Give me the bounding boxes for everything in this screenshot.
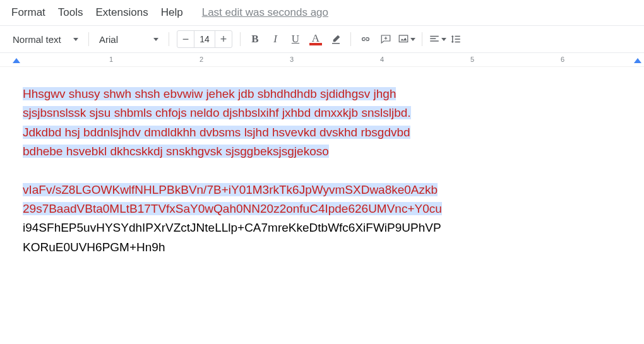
left-indent-marker[interactable] — [13, 58, 20, 63]
menu-bar: Format Tools Extensions Help Last edit w… — [0, 0, 644, 25]
selected-text[interactable]: sjsjbsnslssk sjsu shbmls chfojs neldo dj… — [23, 106, 411, 119]
link-icon — [360, 33, 371, 45]
text-color-swatch — [309, 43, 322, 45]
body-text[interactable]: i94SFhEP5uvHYSYdhIPXrVZctJNteLLlp+CA7mre… — [23, 221, 441, 234]
italic-button[interactable]: I — [266, 30, 285, 49]
paragraph[interactable]: vIaFv/sZ8LGOWKwlfNHLPBkBVn/7B+iY01M3rkTk… — [23, 181, 621, 258]
align-left-icon — [429, 33, 440, 45]
chevron-down-icon — [153, 38, 158, 41]
body-text[interactable]: KORuE0UVH6PGM+Hn9h — [23, 240, 165, 254]
right-indent-marker[interactable] — [634, 58, 641, 63]
selected-text[interactable]: 29s7BaadVBta0MLtB17TVfxSaY0wQah0NN20z2on… — [23, 202, 442, 215]
menu-tools[interactable]: Tools — [52, 4, 90, 21]
image-icon — [398, 33, 409, 45]
separator — [169, 32, 169, 46]
separator — [240, 32, 241, 46]
bold-button[interactable]: B — [246, 30, 265, 49]
selected-text[interactable]: Jdkdbd hsj bddnlsjhdv dmdldkhh dvbsms ls… — [23, 126, 410, 139]
selected-text[interactable]: Hhsgwv shusy shwh shsh ebvwiw jehek jdb … — [23, 87, 396, 100]
highlight-color-button[interactable] — [326, 30, 345, 49]
ruler-tick: 1 — [109, 56, 113, 63]
font-size-input[interactable] — [194, 31, 215, 47]
separator — [88, 32, 89, 46]
paragraph-style-dropdown[interactable]: Normal text — [8, 30, 83, 48]
ruler-tick: 5 — [470, 56, 474, 63]
font-family-dropdown[interactable]: Arial — [94, 30, 164, 48]
toolbar: Normal text Arial − + B I U A — [0, 25, 644, 53]
line-spacing-icon — [450, 33, 462, 45]
separator — [422, 32, 422, 46]
last-edit-status[interactable]: Last edit was seconds ago — [202, 6, 328, 19]
menu-format[interactable]: Format — [5, 4, 52, 21]
menu-help[interactable]: Help — [155, 4, 189, 21]
font-size-decrease-button[interactable]: − — [177, 31, 194, 47]
separator — [350, 32, 351, 46]
ruler-tick: 3 — [290, 56, 294, 63]
underline-button[interactable]: U — [286, 30, 305, 49]
text-color-letter: A — [312, 33, 319, 44]
selected-text[interactable]: bdhebe hsvebkl dkhcskkdj snskhgvsk sjsgg… — [23, 145, 329, 158]
align-button[interactable] — [427, 33, 448, 45]
horizontal-ruler[interactable]: 1 2 3 4 5 6 — [0, 53, 644, 67]
chevron-down-icon — [410, 38, 415, 41]
line-spacing-button[interactable] — [449, 33, 463, 45]
document-body[interactable]: Hhsgwv shusy shwh shsh ebvwiw jehek jdb … — [0, 67, 644, 263]
insert-image-button[interactable] — [397, 33, 417, 45]
ruler-tick: 4 — [380, 56, 384, 63]
insert-link-button[interactable] — [356, 30, 375, 49]
menu-extensions[interactable]: Extensions — [90, 4, 155, 21]
font-size-increase-button[interactable]: + — [215, 31, 232, 47]
ruler-tick: 6 — [561, 56, 564, 63]
paragraph-style-label: Normal text — [13, 34, 61, 45]
chevron-down-icon — [73, 38, 78, 41]
selected-text[interactable]: vIaFv/sZ8LGOWKwlfNHLPBkBVn/7B+iY01M3rkTk… — [23, 183, 438, 196]
paragraph[interactable]: Hhsgwv shusy shwh shsh ebvwiw jehek jdb … — [23, 85, 621, 162]
comment-plus-icon — [380, 33, 391, 45]
add-comment-button[interactable] — [376, 30, 395, 49]
font-size-control: − + — [177, 30, 232, 48]
svg-rect-0 — [399, 35, 408, 42]
highlighter-icon — [330, 33, 342, 45]
font-family-label: Arial — [99, 34, 118, 45]
blank-line — [23, 162, 621, 181]
text-color-button[interactable]: A — [306, 30, 325, 49]
ruler-tick: 2 — [200, 56, 203, 63]
chevron-down-icon — [441, 38, 446, 41]
